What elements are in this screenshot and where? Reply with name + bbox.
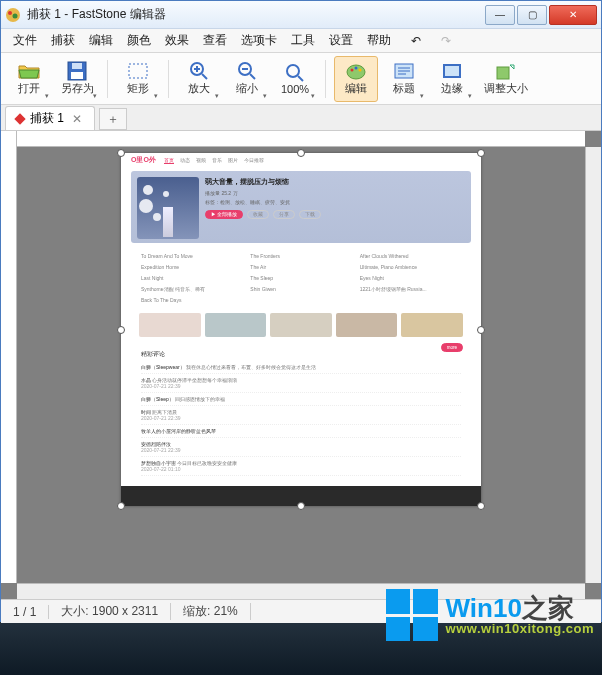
caption-button[interactable]: 标题▾ [382, 56, 426, 102]
svg-line-15 [298, 76, 303, 81]
open-button[interactable]: 打开▾ [7, 56, 51, 102]
scrollbar-horizontal[interactable] [17, 583, 585, 599]
edit-button[interactable]: 编辑 [334, 56, 378, 102]
edge-button[interactable]: 边缘▾ [430, 56, 474, 102]
menu-edit[interactable]: 编辑 [83, 29, 119, 52]
close-button[interactable]: ✕ [549, 5, 597, 25]
minimize-button[interactable]: — [485, 5, 515, 25]
zoom-in-icon [188, 61, 210, 81]
caption-label: 标题 [393, 81, 415, 96]
titlebar[interactable]: 捕获 1 - FastStone 编辑器 — ▢ ✕ [1, 1, 601, 29]
separator [107, 60, 108, 98]
banner-author: 播放量 25.2 万 [205, 190, 465, 196]
ruler-horizontal[interactable] [1, 131, 585, 147]
thumbnail [205, 313, 267, 337]
resize-handle[interactable] [297, 502, 305, 510]
zoom100-label: 100% [281, 83, 309, 95]
thumbnail-row [121, 309, 481, 341]
maximize-button[interactable]: ▢ [517, 5, 547, 25]
resize-handle[interactable] [117, 149, 125, 157]
undo-icon[interactable]: ↶ [405, 31, 427, 51]
thumbnail [270, 313, 332, 337]
window-title: 捕获 1 - FastStone 编辑器 [27, 6, 483, 23]
edit-label: 编辑 [345, 81, 367, 96]
open-label: 打开 [18, 81, 40, 96]
svg-rect-24 [444, 65, 460, 77]
tab-add-button[interactable]: ＋ [99, 108, 127, 130]
status-size: 大小: 1900 x 2311 [49, 603, 171, 620]
svg-point-19 [359, 69, 362, 72]
menu-tools[interactable]: 工具 [285, 29, 321, 52]
separator [168, 60, 169, 98]
toolbar: 打开▾ 另存为▾ 矩形▾ 放大▾ 缩小▾ 100%▾ 编辑 [1, 53, 601, 105]
magnifier-icon [284, 63, 306, 83]
thumbnail [336, 313, 398, 337]
modified-indicator-icon [14, 113, 25, 124]
svg-point-17 [351, 69, 354, 72]
status-zoom: 缩放: 21% [171, 603, 251, 620]
album-art [137, 177, 199, 239]
page-nav: 首页 动态 视频 音乐 图片 今日推荐 [164, 157, 264, 164]
svg-rect-4 [72, 63, 82, 69]
zoomout-button[interactable]: 缩小▾ [225, 56, 269, 102]
menu-view[interactable]: 查看 [197, 29, 233, 52]
zoomin-button[interactable]: 放大▾ [177, 56, 221, 102]
status-page: 1 / 1 [1, 605, 49, 619]
viewport[interactable]: O里O外 首页 动态 视频 音乐 图片 今日推荐 [17, 147, 585, 583]
thumbnail [139, 313, 201, 337]
resize-button[interactable]: 调整大小 [478, 56, 534, 102]
menu-bar: 文件 捕获 编辑 颜色 效果 查看 选项卡 工具 设置 帮助 ↶ ↷ [1, 29, 601, 53]
rect-select-icon [127, 61, 149, 81]
resize-icon [495, 61, 517, 81]
menu-color[interactable]: 颜色 [121, 29, 157, 52]
svg-line-8 [202, 74, 207, 79]
svg-point-1 [8, 11, 12, 15]
rect-button[interactable]: 矩形▾ [116, 56, 160, 102]
menu-help[interactable]: 帮助 [361, 29, 397, 52]
status-bar: 1 / 1 大小: 1900 x 2311 缩放: 21% [1, 599, 601, 623]
svg-rect-25 [497, 67, 509, 79]
svg-line-12 [250, 74, 255, 79]
comments-section: 精彩评论 白狮（Sleepwear） 我在休息心情过来看看，布置、好多时候会觉得… [121, 345, 481, 482]
separator [325, 60, 326, 98]
banner-title: 弱大音量，摆脱压力与烦恼 [205, 177, 465, 187]
resize-handle[interactable] [297, 149, 305, 157]
canvas-area: O里O外 首页 动态 视频 音乐 图片 今日推荐 [1, 131, 601, 599]
ruler-vertical[interactable] [1, 131, 17, 583]
captured-page[interactable]: O里O外 首页 动态 视频 音乐 图片 今日推荐 [121, 153, 481, 506]
rect-label: 矩形 [127, 81, 149, 96]
resize-handle[interactable] [117, 502, 125, 510]
menu-capture[interactable]: 捕获 [45, 29, 81, 52]
svg-point-14 [287, 65, 299, 77]
svg-rect-6 [129, 64, 147, 78]
resize-handle[interactable] [477, 326, 485, 334]
zoom100-button[interactable]: 100%▾ [273, 56, 317, 102]
menu-file[interactable]: 文件 [7, 29, 43, 52]
caption-icon [393, 61, 415, 81]
scrollbar-vertical[interactable] [585, 147, 601, 583]
resize-handle[interactable] [477, 502, 485, 510]
folder-open-icon [18, 61, 40, 81]
menu-tabs[interactable]: 选项卡 [235, 29, 283, 52]
tab-capture-1[interactable]: 捕获 1 ✕ [5, 106, 95, 130]
zoomin-label: 放大 [188, 81, 210, 96]
zoom-out-icon [236, 61, 258, 81]
app-icon [5, 7, 21, 23]
floppy-icon [66, 61, 88, 81]
resize-handle[interactable] [117, 326, 125, 334]
track-list: To Dream And To MoveThe FrontiersAfter C… [121, 247, 481, 309]
banner-tags: 标签：检测、放松、睡眠、疲劳、安抚 [205, 199, 465, 205]
tab-close-button[interactable]: ✕ [70, 112, 84, 126]
resize-label: 调整大小 [484, 81, 528, 96]
page-banner: 弱大音量，摆脱压力与烦恼 播放量 25.2 万 标签：检测、放松、睡眠、疲劳、安… [131, 171, 471, 243]
play-all-pill: ▶ 全部播放 [205, 210, 243, 219]
redo-icon[interactable]: ↷ [435, 31, 457, 51]
edge-label: 边缘 [441, 81, 463, 96]
zoomout-label: 缩小 [236, 81, 258, 96]
menu-settings[interactable]: 设置 [323, 29, 359, 52]
resize-handle[interactable] [477, 149, 485, 157]
saveas-button[interactable]: 另存为▾ [55, 56, 99, 102]
tab-strip: 捕获 1 ✕ ＋ [1, 105, 601, 131]
menu-effect[interactable]: 效果 [159, 29, 195, 52]
palette-icon [345, 61, 367, 81]
